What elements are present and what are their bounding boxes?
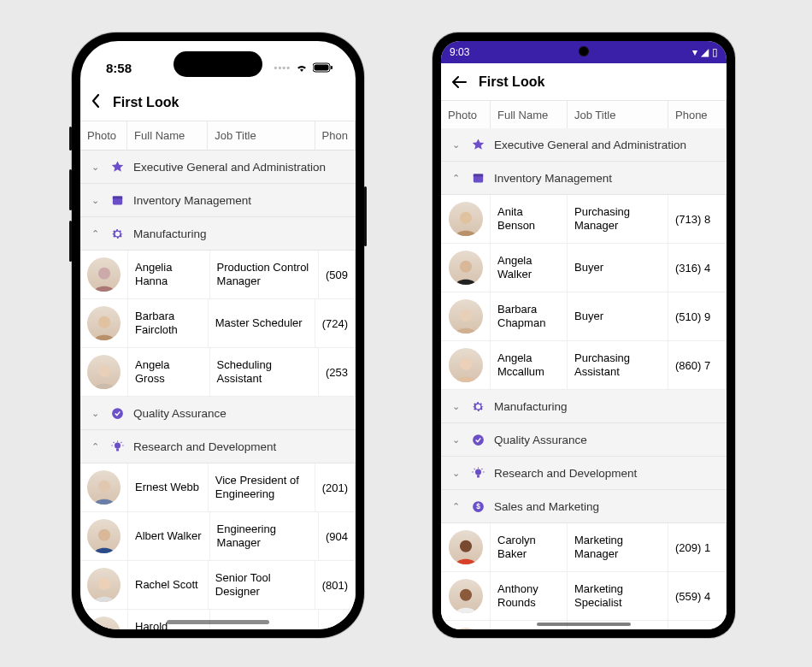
svg-point-9 (114, 442, 120, 448)
svg-point-6 (97, 316, 109, 328)
avatar (449, 348, 483, 382)
group-qa[interactable]: ⌄ Quality Assurance (80, 397, 356, 430)
cell-name: Angela Mccallum (491, 341, 568, 389)
table-row[interactable]: Angela Mccallum Purchasing Assistant (86… (441, 341, 727, 390)
chevron-down-icon: ⌄ (450, 434, 462, 446)
table-row[interactable]: Ernest Webb Vice President of Engineerin… (80, 463, 356, 512)
group-rd[interactable]: ⌄ Research and Development (441, 457, 727, 490)
col-photo-header[interactable]: Photo (80, 121, 127, 150)
cell-title: Scheduling Assistant (210, 348, 319, 396)
cell-title: Purchasing Assistant (568, 341, 668, 389)
svg-rect-1 (315, 64, 329, 70)
chevron-up-icon: ⌃ (450, 501, 462, 512)
chevron-down-icon: ⌄ (450, 139, 462, 151)
lightbulb-icon (109, 439, 125, 454)
svg-point-5 (97, 268, 109, 280)
back-button[interactable] (451, 74, 467, 91)
table-body[interactable]: ⌄ Executive General and Administration ⌃… (441, 128, 727, 629)
group-sales[interactable]: ⌃ $ Sales and Marketing (441, 490, 727, 523)
svg-point-17 (459, 212, 471, 224)
group-inventory[interactable]: ⌄ Inventory Management (80, 184, 356, 217)
group-label: Quality Assurance (133, 407, 227, 420)
cell-title: Marketing Manager (568, 523, 668, 571)
table-row[interactable]: Anthony Rounds Marketing Specialist (559… (441, 572, 727, 621)
avatar (87, 519, 121, 553)
back-button[interactable] (91, 93, 101, 111)
dynamic-island (174, 51, 262, 77)
cell-phone: (509 (319, 251, 356, 298)
android-device: 9:03 ▾ ◢ ▯ First Look Photo Full Name Jo… (432, 32, 735, 638)
col-name-header[interactable]: Full Name (127, 121, 208, 150)
cell-phone: (201) (315, 463, 356, 511)
front-camera (579, 46, 589, 56)
col-name-header[interactable]: Full Name (491, 101, 568, 129)
column-header-row: Photo Full Name Job Title Phon (80, 121, 356, 151)
cell-phone: (785 (319, 610, 356, 629)
svg-point-12 (97, 529, 109, 541)
table-row[interactable]: Barbara Chapman Buyer (510) 9 (441, 292, 727, 341)
svg-point-11 (97, 481, 109, 493)
avatar (87, 355, 121, 389)
group-label: Manufacturing (494, 400, 568, 413)
svg-rect-23 (477, 475, 480, 477)
group-rd[interactable]: ⌃ Research and Development (80, 430, 356, 463)
cell-name: Anita Benson (491, 195, 568, 243)
wifi-icon (295, 61, 309, 75)
col-title-header[interactable]: Job Title (568, 101, 668, 129)
group-manufacturing[interactable]: ⌃ Manufacturing (80, 217, 356, 251)
table-row[interactable]: Angela Gross Scheduling Assistant (253 (80, 348, 356, 397)
group-manufacturing[interactable]: ⌄ Manufacturing (441, 390, 727, 423)
table-row[interactable]: Carolyn Baker Marketing Manager (209) 1 (441, 523, 727, 572)
gear-icon (470, 398, 485, 414)
col-title-header[interactable]: Job Title (208, 121, 315, 150)
table-row[interactable]: Barbara Faircloth Master Scheduler (724) (80, 299, 356, 348)
table-row[interactable]: Albert Walker Engineering Manager (904 (80, 512, 356, 561)
column-header-row: Photo Full Name Job Title Phone (441, 101, 727, 130)
cell-phone: (316) 4 (668, 244, 727, 292)
group-label: Inventory Management (133, 194, 251, 207)
col-phone-header[interactable]: Phone (668, 101, 727, 129)
svg-point-14 (97, 627, 109, 629)
col-photo-header[interactable]: Photo (441, 101, 491, 129)
svg-point-13 (97, 578, 109, 590)
table-body[interactable]: ⌄ Executive General and Administration ⌄… (80, 151, 356, 629)
group-label: Quality Assurance (494, 434, 587, 446)
table-row[interactable]: Angela Walker Buyer (316) 4 (441, 244, 727, 292)
group-executive[interactable]: ⌄ Executive General and Administration (441, 128, 727, 162)
avatar (87, 470, 121, 505)
status-time: 9:03 (450, 46, 469, 58)
table-row[interactable]: Anita Benson Purchasing Manager (713) 8 (441, 195, 727, 244)
col-phone-header[interactable]: Phon (315, 121, 356, 150)
cell-name: Angelia Hanna (128, 251, 210, 298)
cell-title: Master Scheduler (209, 299, 315, 347)
group-label: Research and Development (133, 440, 276, 453)
cell-phone: (209) 1 (668, 523, 727, 571)
group-inventory[interactable]: ⌃ Inventory Management (441, 162, 727, 195)
group-label: Inventory Management (494, 172, 612, 185)
app-header: First Look (441, 63, 727, 101)
cell-title: Vice President of Engineering (209, 463, 315, 511)
cell-title: Buyer (568, 244, 668, 292)
table-row[interactable]: Rachel Scott Senior Tool Designer (801) (80, 561, 356, 610)
svg-rect-4 (112, 196, 121, 198)
gear-icon (109, 226, 125, 241)
group-executive[interactable]: ⌄ Executive General and Administration (80, 151, 356, 184)
home-indicator[interactable] (167, 620, 269, 624)
group-qa[interactable]: ⌄ Quality Assurance (441, 423, 727, 457)
check-circle-icon (109, 405, 125, 421)
wifi-icon: ▾ (692, 46, 697, 58)
cell-phone: (559) 2 (668, 621, 727, 629)
cell-phone: (860) 7 (668, 341, 727, 389)
svg-point-20 (459, 358, 471, 370)
group-label: Research and Development (494, 467, 637, 480)
cell-title: Engineering Manager (210, 512, 319, 560)
avatar (449, 628, 483, 629)
home-indicator[interactable] (537, 623, 631, 626)
signal-icon: ◢ (701, 46, 709, 58)
table-row[interactable]: Angelia Hanna Production Control Manager… (80, 251, 356, 299)
cell-phone: (253 (319, 348, 356, 396)
battery-icon: ▯ (712, 46, 718, 58)
avatar (87, 617, 121, 629)
group-label: Executive General and Administration (494, 139, 686, 151)
cell-name: Albert Walker (128, 512, 210, 560)
